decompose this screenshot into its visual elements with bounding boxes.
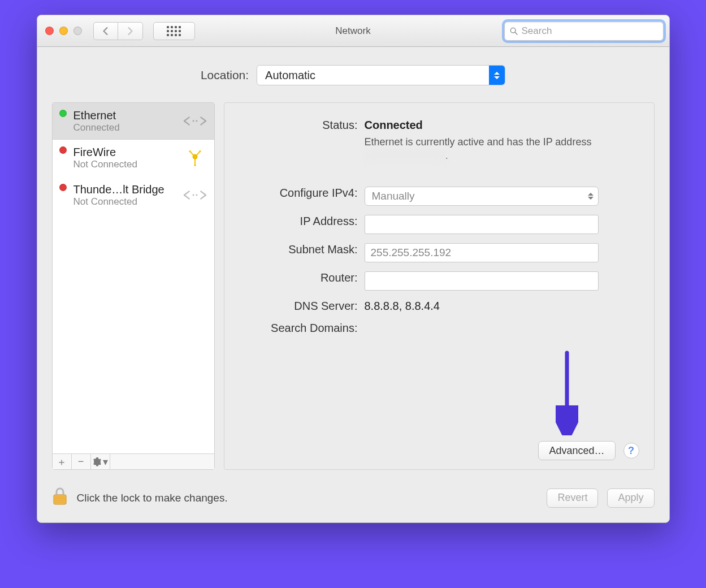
service-item-firewire[interactable]: FireWire Not Connected xyxy=(53,140,214,176)
location-popup[interactable]: Automatic xyxy=(257,65,505,85)
network-preferences-window: Network Location: Automatic xyxy=(37,15,670,523)
svg-point-7 xyxy=(194,164,196,166)
forward-button[interactable] xyxy=(118,22,143,40)
services-sidebar: Ethernet Connected FireWire Not Connecte… xyxy=(52,102,215,470)
service-name: FireWire xyxy=(73,145,176,159)
location-value: Automatic xyxy=(265,69,315,82)
svg-point-6 xyxy=(199,150,201,152)
service-state: Connected xyxy=(73,122,176,133)
configure-ipv4-popup[interactable]: Manually xyxy=(365,187,599,206)
svg-point-9 xyxy=(196,194,197,196)
ip-address-input[interactable] xyxy=(365,215,599,234)
grid-icon xyxy=(167,26,181,36)
add-service-button[interactable]: ＋ xyxy=(53,454,72,469)
router-input[interactable] xyxy=(365,271,599,291)
status-indicator-icon xyxy=(59,110,67,117)
chevron-up-down-icon xyxy=(588,193,594,200)
svg-line-1 xyxy=(515,32,517,34)
status-label: Status: xyxy=(239,119,365,132)
close-window-button[interactable] xyxy=(45,27,54,35)
annotation-arrow-icon xyxy=(556,351,578,438)
popup-stepper-icon xyxy=(489,66,505,85)
subnet-mask-label: Subnet Mask: xyxy=(239,243,365,256)
service-name: Thunde…lt Bridge xyxy=(73,183,176,196)
svg-point-3 xyxy=(196,120,197,122)
ethernet-icon xyxy=(183,111,207,131)
status-indicator-icon xyxy=(59,146,67,154)
service-item-thunderbolt-bridge[interactable]: Thunde…lt Bridge Not Connected xyxy=(53,177,214,214)
service-state: Not Connected xyxy=(73,159,176,170)
location-row: Location: Automatic xyxy=(52,65,655,85)
service-item-ethernet[interactable]: Ethernet Connected xyxy=(53,103,214,140)
svg-point-5 xyxy=(189,150,190,152)
configure-ipv4-label: Configure IPv4: xyxy=(239,187,365,200)
advanced-button[interactable]: Advanced… xyxy=(538,441,615,460)
remove-service-button[interactable]: − xyxy=(72,454,91,469)
router-label: Router: xyxy=(239,271,365,284)
status-value: Connected xyxy=(365,119,423,131)
dns-server-label: DNS Server: xyxy=(239,300,365,313)
configure-ipv4-value: Manually xyxy=(372,190,415,202)
footer: Click the lock to make changes. Revert A… xyxy=(37,479,669,522)
sidebar-footer: ＋ − ▾ xyxy=(53,453,214,469)
services-list[interactable]: Ethernet Connected FireWire Not Connecte… xyxy=(53,103,214,453)
search-domains-label: Search Domains: xyxy=(239,322,365,335)
zoom-window-button xyxy=(73,27,82,35)
dns-server-value: 8.8.8.8, 8.8.4.4 xyxy=(365,300,639,313)
subnet-mask-input[interactable] xyxy=(365,243,599,262)
help-button[interactable]: ? xyxy=(623,443,639,459)
lock-icon[interactable] xyxy=(52,487,68,509)
window-controls xyxy=(45,27,82,35)
content-area: Location: Automatic Ethernet Connected xyxy=(37,47,669,479)
lock-hint-text: Click the lock to make changes. xyxy=(77,492,228,504)
svg-point-4 xyxy=(193,154,197,158)
ip-address-label: IP Address: xyxy=(239,215,365,228)
minimize-window-button[interactable] xyxy=(59,27,68,35)
svg-rect-11 xyxy=(54,495,66,504)
service-state: Not Connected xyxy=(73,196,176,207)
ethernet-icon xyxy=(183,185,207,205)
status-description: Ethernet is currently active and has the… xyxy=(365,135,639,163)
nav-buttons xyxy=(93,22,143,40)
location-label: Location: xyxy=(201,68,249,82)
detail-panel: Status: Connected Ethernet is currently … xyxy=(224,102,655,470)
search-icon xyxy=(509,27,518,36)
svg-point-2 xyxy=(192,120,194,122)
status-indicator-icon xyxy=(59,184,67,191)
back-button[interactable] xyxy=(93,22,118,40)
service-name: Ethernet xyxy=(73,109,176,122)
apply-button[interactable]: Apply xyxy=(607,488,654,508)
action-menu-button[interactable]: ▾ xyxy=(91,454,110,469)
firewire-icon xyxy=(183,148,207,168)
revert-button[interactable]: Revert xyxy=(547,488,598,508)
svg-point-8 xyxy=(192,194,194,196)
titlebar: Network xyxy=(37,15,669,47)
search-field[interactable] xyxy=(504,21,664,41)
search-input[interactable] xyxy=(522,25,659,37)
show-all-button[interactable] xyxy=(153,22,195,40)
